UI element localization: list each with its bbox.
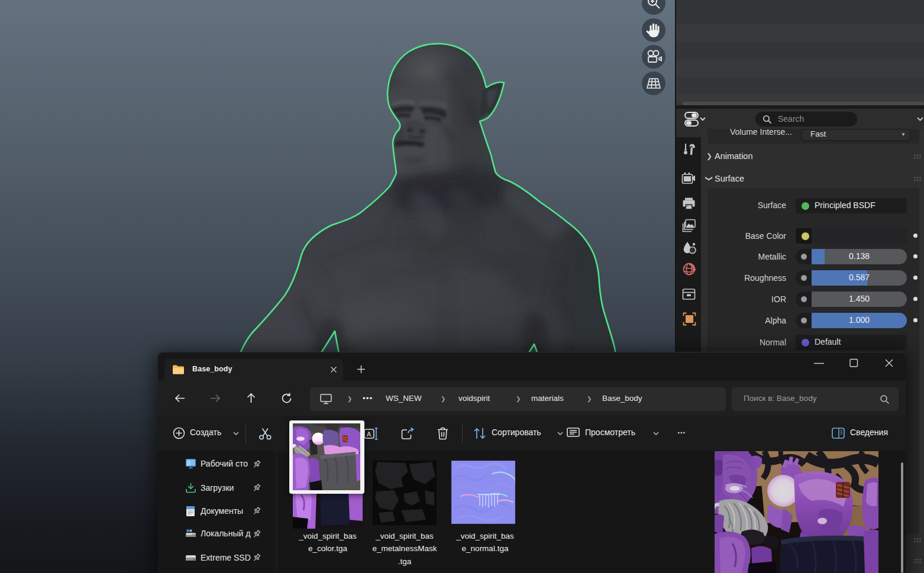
svg-text:A: A bbox=[367, 430, 371, 438]
